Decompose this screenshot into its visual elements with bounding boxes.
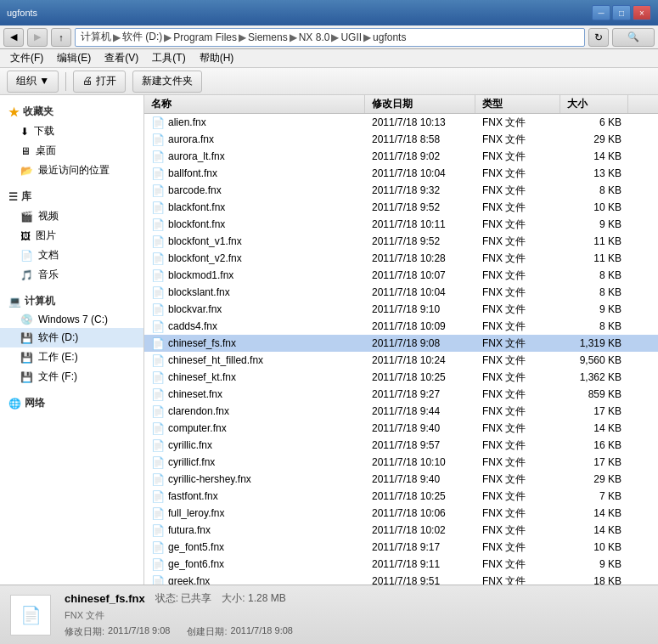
file-date-cell: 2011/7/18 8:58 [365,132,475,147]
file-type-cell: FNX 文件 [475,505,560,523]
sidebar-item-drive-c[interactable]: 💿 Windows 7 (C:) [0,311,143,328]
table-row[interactable]: 📄chinesef_ht_filled.fnx2011/7/18 10:24FN… [144,352,658,369]
table-row[interactable]: 📄ge_font6.fnx2011/7/18 9:11FNX 文件9 KB [144,556,658,573]
menu-help[interactable]: 帮助(H) [193,49,241,67]
table-row[interactable]: 📄ge_font5.fnx2011/7/18 9:17FNX 文件10 KB [144,539,658,556]
sidebar-item-downloads[interactable]: ⬇ 下载 [0,121,143,141]
col-header-date[interactable]: 修改日期 [365,95,475,113]
table-row[interactable]: 📄cadds4.fnx2011/7/18 10:09FNX 文件8 KB [144,318,658,335]
file-date-cell: 2011/7/18 9:17 [365,539,475,555]
menu-file[interactable]: 文件(F) [3,49,50,67]
file-date-cell: 2011/7/18 9:27 [365,387,475,402]
file-size-cell: 859 KB [560,387,628,402]
table-row[interactable]: 📄chinesef_fs.fnx2011/7/18 9:08FNX 文件1,31… [144,335,658,352]
file-name-cell: 📄ge_font5.fnx [144,539,365,556]
menu-edit[interactable]: 编辑(E) [50,49,98,67]
table-row[interactable]: 📄blockfont_v2.fnx2011/7/18 10:28FNX 文件11… [144,250,658,267]
refresh-button[interactable]: ↻ [588,28,609,47]
address-path[interactable]: 计算机 ▶ 软件 (D:) ▶ Program Files ▶ Siemens … [75,28,585,47]
table-row[interactable]: 📄blockfont_v1.fnx2011/7/18 9:52FNX 文件11 … [144,233,658,250]
table-row[interactable]: 📄blockfont.fnx2011/7/18 10:11FNX 文件9 KB [144,216,658,233]
table-row[interactable]: 📄blockvar.fnx2011/7/18 9:10FNX 文件9 KB [144,301,658,318]
file-name-cell: 📄cadds4.fnx [144,319,365,335]
sidebar-item-drive-d[interactable]: 💾 软件 (D:) [0,328,143,347]
file-type-cell: FNX 文件 [475,437,560,455]
file-icon: 📄 [151,473,165,486]
table-row[interactable]: 📄fastfont.fnx2011/7/18 10:25FNX 文件7 KB [144,488,658,505]
col-header-type[interactable]: 类型 [475,95,560,113]
file-size-cell: 9 KB [560,556,628,572]
maximize-button[interactable]: □ [612,5,631,20]
table-row[interactable]: 📄cyrillicf.fnx2011/7/18 10:10FNX 文件17 KB [144,454,658,471]
sidebar-item-drive-e[interactable]: 💾 工作 (E:) [0,347,143,367]
file-name-cell: 📄blockfont_v2.fnx [144,251,365,267]
new-folder-button[interactable]: 新建文件夹 [132,71,202,93]
library-icon: ☰ [8,191,18,203]
file-date-cell: 2011/7/18 10:02 [365,523,475,538]
table-row[interactable]: 📄blockmod1.fnx2011/7/18 10:07FNX 文件8 KB [144,267,658,284]
path-segment-7: ugfonts [373,31,406,43]
table-row[interactable]: 📄barcode.fnx2011/7/18 9:32FNX 文件8 KB [144,182,658,199]
organize-button[interactable]: 组织 ▼ [7,71,59,93]
created-date: 2011/7/18 9:08 [231,625,293,638]
table-row[interactable]: 📄ballfont.fnx2011/7/18 10:04FNX 文件13 KB [144,165,658,182]
file-list-area: 名称 修改日期 类型 大小 📄alien.fnx2011/7/18 10:13F… [144,95,658,585]
table-row[interactable]: 📄alien.fnx2011/7/18 10:13FNX 文件6 KB [144,114,658,131]
table-row[interactable]: 📄greek.fnx2011/7/18 9:51FNX 文件18 KB [144,573,658,585]
file-date-cell: 2011/7/18 9:11 [365,556,475,572]
table-row[interactable]: 📄chineset.fnx2011/7/18 9:27FNX 文件859 KB [144,386,658,403]
open-button[interactable]: 🖨 打开 [73,71,125,93]
search-button[interactable]: 🔍 [612,28,655,47]
status-bar-file: 📄 chinesef_fs.fnx 状态: 已共享 大小: 1.28 MB FN… [0,585,658,644]
file-name-cell: 📄alien.fnx [144,115,365,131]
table-row[interactable]: 📄cyrillic.fnx2011/7/18 9:57FNX 文件16 KB [144,437,658,454]
table-row[interactable]: 📄clarendon.fnx2011/7/18 9:44FNX 文件17 KB [144,403,658,420]
table-row[interactable]: 📄cyrillic-hershey.fnx2011/7/18 9:40FNX 文… [144,471,658,488]
back-button[interactable]: ◀ [3,28,24,47]
file-size-cell: 16 KB [560,438,628,453]
file-size-cell: 14 KB [560,149,628,164]
sidebar-item-desktop[interactable]: 🖥 桌面 [0,141,143,161]
table-row[interactable]: 📄aurora_lt.fnx2011/7/18 9:02FNX 文件14 KB [144,148,658,165]
file-type-cell: FNX 文件 [475,148,560,166]
up-button[interactable]: ↑ [51,28,71,47]
table-row[interactable]: 📄aurora.fnx2011/7/18 8:58FNX 文件29 KB [144,131,658,148]
file-date-cell: 2011/7/18 9:52 [365,234,475,249]
file-date-cell: 2011/7/18 10:07 [365,268,475,283]
menu-tools[interactable]: 工具(T) [145,49,192,67]
forward-button[interactable]: ▶ [27,28,48,47]
file-name-cell: 📄cyrillicf.fnx [144,455,365,471]
file-date-cell: 2011/7/18 9:44 [365,404,475,419]
status-file-dates: 修改日期: 2011/7/18 9:08 创建日期: 2011/7/18 9:0… [65,625,648,638]
drive-e-icon: 💾 [20,352,33,364]
sidebar-section-favorites: ★ 收藏夹 ⬇ 下载 🖥 桌面 📂 最近访问的位置 [0,102,143,180]
close-button[interactable]: × [633,5,651,20]
menu-view[interactable]: 查看(V) [98,49,145,67]
sidebar-header-network: 🌐 网络 [0,393,143,413]
path-segment-2: 软件 (D:) [122,30,162,44]
col-header-name[interactable]: 名称 [144,95,365,113]
sidebar-item-pictures[interactable]: 🖼 图片 [0,226,143,246]
sidebar-item-drive-f[interactable]: 💾 文件 (F:) [0,367,143,387]
file-icon: 📄 [151,235,165,248]
file-size-cell: 8 KB [560,183,628,198]
col-header-size[interactable]: 大小 [560,95,628,113]
file-size-cell: 17 KB [560,404,628,419]
sidebar-item-music[interactable]: 🎵 音乐 [0,265,143,285]
minimize-button[interactable]: ─ [592,5,610,20]
file-icon: 📄 [151,524,165,537]
sidebar-item-documents[interactable]: 📄 文档 [0,246,143,265]
table-row[interactable]: 📄blackfont.fnx2011/7/18 9:52FNX 文件10 KB [144,199,658,216]
table-row[interactable]: 📄blockslant.fnx2011/7/18 10:04FNX 文件8 KB [144,284,658,301]
sidebar-item-recent[interactable]: 📂 最近访问的位置 [0,161,143,180]
drive-c-icon: 💿 [20,314,33,325]
table-row[interactable]: 📄full_leroy.fnx2011/7/18 10:06FNX 文件14 K… [144,505,658,522]
file-icon: 📄 [151,405,165,418]
sidebar-item-video[interactable]: 🎬 视频 [0,206,143,226]
sidebar-section-network: 🌐 网络 [0,393,143,413]
file-size-cell: 1,362 KB [560,370,628,385]
table-row[interactable]: 📄futura.fnx2011/7/18 10:02FNX 文件14 KB [144,522,658,539]
file-size-cell: 13 KB [560,166,628,181]
table-row[interactable]: 📄chinesef_kt.fnx2011/7/18 10:25FNX 文件1,3… [144,369,658,386]
table-row[interactable]: 📄computer.fnx2011/7/18 9:40FNX 文件14 KB [144,420,658,437]
